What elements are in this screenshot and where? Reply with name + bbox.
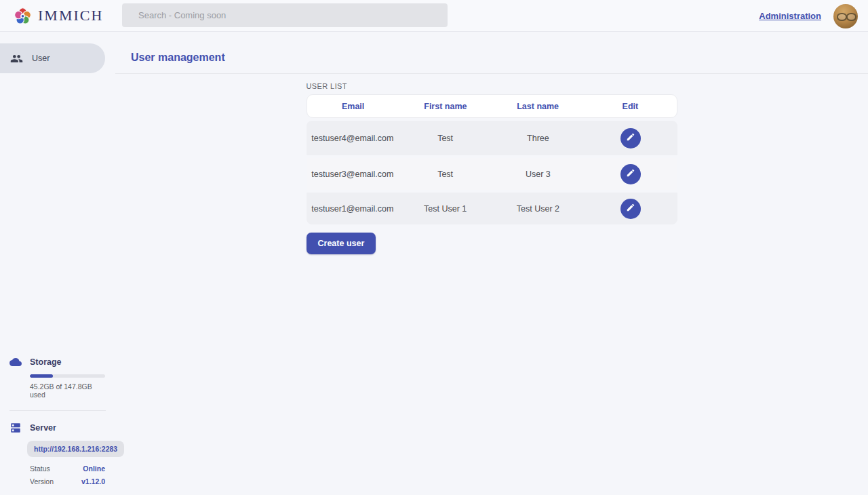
sidebar: User Storage 45.2GB of 147.8GB used — [0, 33, 115, 495]
status-value: Online — [83, 464, 105, 473]
storage-title: Storage — [30, 357, 62, 367]
edit-user-button[interactable] — [620, 128, 641, 148]
cell-last-name: Three — [492, 134, 585, 143]
table-row: testuser4@email.com Test Three — [307, 121, 677, 155]
user-table: Email First name Last name Edit testuser… — [307, 94, 677, 224]
brand-name: IMMICH — [38, 7, 103, 24]
title-divider — [115, 73, 868, 74]
topbar: IMMICH Administration — [0, 0, 868, 32]
dns-icon — [9, 422, 22, 434]
user-avatar[interactable] — [833, 4, 858, 28]
topbar-right: Administration — [759, 0, 858, 32]
table-row: testuser1@email.com Test User 1 Test Use… — [307, 190, 677, 224]
sidebar-divider — [9, 410, 106, 411]
version-label: Version — [30, 477, 54, 486]
user-list-label: USER LIST — [307, 82, 677, 90]
column-header-first-name: First name — [399, 102, 492, 111]
server-url-chip: http://192.168.1.216:2283 — [27, 441, 124, 457]
server-status-row: Status Online — [30, 464, 105, 473]
storage-usage-text: 45.2GB of 147.8GB used — [30, 382, 106, 399]
storage-section: Storage 45.2GB of 147.8GB used — [0, 356, 115, 399]
sidebar-item-user[interactable]: User — [0, 43, 105, 73]
cell-last-name: Test User 2 — [492, 204, 585, 214]
main-content: User management USER LIST Email First na… — [115, 33, 868, 495]
search-input[interactable] — [122, 3, 448, 27]
column-header-email: Email — [307, 102, 399, 111]
table-header-row: Email First name Last name Edit — [307, 94, 677, 118]
table-body: testuser4@email.com Test Three — [307, 121, 677, 224]
sidebar-bottom: Storage 45.2GB of 147.8GB used Server — [0, 356, 115, 495]
sidebar-item-label: User — [32, 54, 50, 63]
cloud-icon — [9, 356, 22, 368]
cell-email: testuser4@email.com — [307, 134, 399, 143]
edit-user-button[interactable] — [620, 199, 641, 219]
column-header-edit: Edit — [584, 102, 676, 111]
brand[interactable]: IMMICH — [0, 7, 103, 25]
storage-progress-bar — [30, 374, 105, 378]
cell-first-name: Test User 1 — [399, 204, 492, 214]
server-section: Server http://192.168.1.216:2283 Status … — [0, 422, 115, 486]
server-version-row: Version v1.12.0 — [30, 477, 105, 486]
table-row: testuser3@email.com Test User 3 — [307, 155, 677, 190]
immich-admin-page: IMMICH Administration User — [0, 0, 868, 495]
column-header-last-name: Last name — [492, 102, 584, 111]
cell-first-name: Test — [399, 170, 492, 179]
administration-link[interactable]: Administration — [759, 11, 821, 21]
people-icon — [10, 52, 23, 65]
create-user-button[interactable]: Create user — [307, 233, 376, 254]
cell-email: testuser3@email.com — [307, 170, 399, 179]
version-value: v1.12.0 — [81, 477, 105, 486]
storage-progress-fill — [30, 374, 53, 378]
pencil-icon — [626, 203, 635, 214]
pencil-icon — [626, 132, 635, 144]
cell-email: testuser1@email.com — [307, 204, 399, 214]
immich-logo-icon — [14, 7, 32, 25]
server-title: Server — [30, 423, 56, 433]
page-title: User management — [131, 52, 868, 64]
cell-last-name: User 3 — [492, 170, 585, 179]
edit-user-button[interactable] — [620, 164, 641, 184]
cell-first-name: Test — [399, 134, 492, 143]
status-label: Status — [30, 464, 50, 473]
pencil-icon — [626, 168, 635, 180]
